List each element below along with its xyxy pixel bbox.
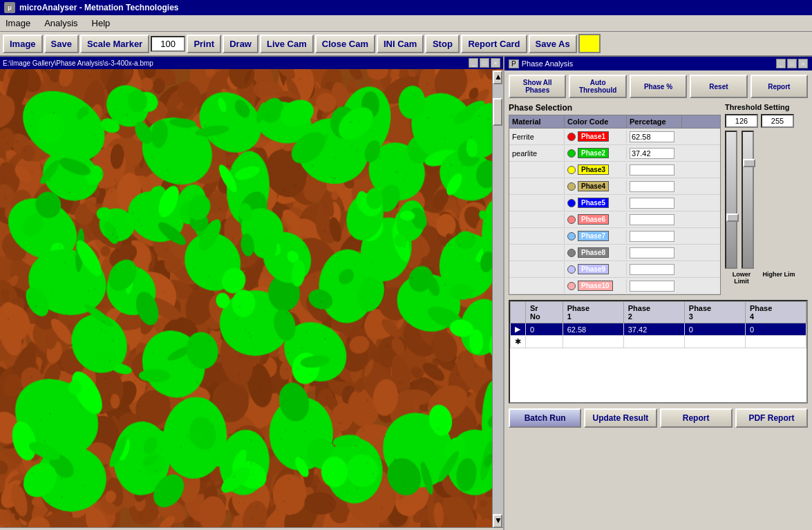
data-table-container: SrNo Phase1 Phase2 Phase3 Phase4 ▶062.58… [509,300,808,404]
higher-slider-thumb[interactable] [743,159,755,167]
phase-row-8: Phase8 [509,245,720,261]
threshold-lower-input[interactable] [725,114,758,128]
phase-maximize[interactable]: □ [787,59,797,68]
menu-analysis[interactable]: Analysis [41,17,80,30]
phase-minimize[interactable]: _ [776,59,786,68]
phase-percent-input-8[interactable] [630,247,674,258]
phase-color-2[interactable]: Phase2 [565,146,627,160]
lower-slider-thumb[interactable] [726,214,739,222]
phase-color-7[interactable]: Phase7 [565,229,627,243]
phase-material-2: pearlite [509,146,565,161]
phase-percent-8[interactable] [627,246,679,260]
phase-percent-9[interactable] [627,263,679,276]
titlebar: μ microAnalyser - Metnation Technologies [0,0,812,15]
vertical-scrollbar[interactable]: ▲ ▼ [492,70,503,528]
image-controls: _ □ × [469,58,500,68]
menu-image[interactable]: Image [3,17,33,30]
btn-phase-pct[interactable]: Phase % [630,75,687,98]
phase-percent-input-4[interactable] [630,181,674,192]
maximize-btn[interactable]: □ [480,58,489,68]
phase-label-btn-9[interactable]: Phase9 [578,264,609,274]
btn-draw[interactable]: Draw [223,35,258,53]
phase-percent-7[interactable] [627,229,679,243]
phase-percent-input-5[interactable] [630,198,674,209]
btn-live-cam[interactable]: Live Cam [260,35,314,53]
btn-update-result[interactable]: Update Result [584,408,657,428]
phase-color-6[interactable]: Phase6 [565,213,627,226]
btn-print[interactable]: Print [187,35,221,53]
phase-color-9[interactable]: Phase9 [565,263,627,276]
btn-report-phase[interactable]: Report [750,75,808,98]
phase-panel: P Phase Analysis _ □ × Show AllPhases Au… [503,57,812,530]
phase-percent-6[interactable] [627,213,679,227]
btn-show-all-phases[interactable]: Show AllPhases [509,75,566,98]
menu-help[interactable]: Help [89,17,113,30]
phase-row-7: Phase7 [509,228,720,245]
phase-percent-2[interactable] [627,146,679,160]
phase-close[interactable]: × [798,59,808,68]
phase-label-btn-4[interactable]: Phase4 [578,181,609,191]
phase-color-10[interactable]: Phase10 [565,279,627,292]
phase-label-btn-3[interactable]: Phase3 [578,164,609,175]
table-row[interactable]: ✱ [511,336,806,348]
threshold-higher-input[interactable] [761,114,794,128]
phase-percent-input-9[interactable] [630,264,674,275]
phase-percent-input-1[interactable] [630,131,674,142]
phase-percent-input-6[interactable] [630,214,674,225]
phase-row-3: Phase3 [509,162,720,178]
phase-percent-input-2[interactable] [630,148,674,159]
lower-slider[interactable] [725,131,737,269]
btn-reset[interactable]: Reset [690,75,747,98]
btn-report-card[interactable]: Report Card [461,35,527,53]
higher-slider-container [742,131,754,269]
btn-batch-run[interactable]: Batch Run [509,408,581,428]
col-percentage: Percetage [627,115,682,128]
phase-label-btn-1[interactable]: Phase1 [578,131,609,142]
bottom-buttons: Batch Run Update Result Report PDF Repor… [509,408,808,428]
phase-percent-1[interactable] [627,130,679,144]
phase-label-btn-7[interactable]: Phase7 [578,231,609,241]
phase-percent-3[interactable] [627,163,679,177]
btn-save-as[interactable]: Save As [529,35,577,53]
scrollbar-thumb[interactable] [493,98,502,126]
phase-label-btn-10[interactable]: Phase10 [578,281,613,291]
btn-ini-cam[interactable]: INI Cam [377,35,424,53]
phase-percent-10[interactable] [627,279,679,293]
phase-label-btn-5[interactable]: Phase5 [578,198,609,208]
phase-label-btn-2[interactable]: Phase2 [578,148,609,158]
phase-percent-input-10[interactable] [630,281,674,292]
phase-color-5[interactable]: Phase5 [565,196,627,209]
phase-row-10: Phase10 [509,278,720,294]
btn-image[interactable]: Image [3,35,43,53]
higher-slider[interactable] [742,131,754,269]
scrollbar-up[interactable]: ▲ [493,70,502,84]
minimize-btn[interactable]: _ [469,58,478,68]
btn-close-cam[interactable]: Close Cam [315,35,375,53]
image-panel: E:\Image Gallery\Phase Analysis\s-3-400x… [0,57,503,530]
btn-scale-marker[interactable]: Scale Marker [80,35,149,53]
phase-label-btn-8[interactable]: Phase8 [578,247,609,258]
color-dot-9 [567,265,576,274]
col-phase3: Phase3 [684,302,745,323]
scale-input[interactable] [151,36,185,52]
phase-content: Show AllPhases AutoThreshould Phase % Re… [504,70,812,530]
phase-percent-4[interactable] [627,180,679,193]
phase-percent-5[interactable] [627,196,679,210]
phase-color-4[interactable]: Phase4 [565,180,627,193]
phase-color-8[interactable]: Phase8 [565,246,627,259]
phase-color-1[interactable]: Phase1 [565,130,627,143]
btn-stop[interactable]: Stop [425,35,460,53]
scrollbar-down[interactable]: ▼ [493,514,502,528]
phase-percent-input-7[interactable] [630,231,674,242]
phase-percent-input-3[interactable] [630,164,674,176]
higher-limit-label: Higher Lim [762,271,795,285]
color-picker[interactable] [578,34,601,53]
phase-label-btn-6[interactable]: Phase6 [578,214,609,225]
table-row[interactable]: ▶062.5837.4200 [511,323,806,336]
phase-color-3[interactable]: Phase3 [565,163,627,176]
close-btn[interactable]: × [491,58,500,68]
btn-report-bottom[interactable]: Report [660,408,733,428]
btn-pdf-report[interactable]: PDF Report [735,408,808,428]
btn-auto-threshold[interactable]: AutoThreshould [569,75,626,98]
btn-save[interactable]: Save [44,35,79,53]
